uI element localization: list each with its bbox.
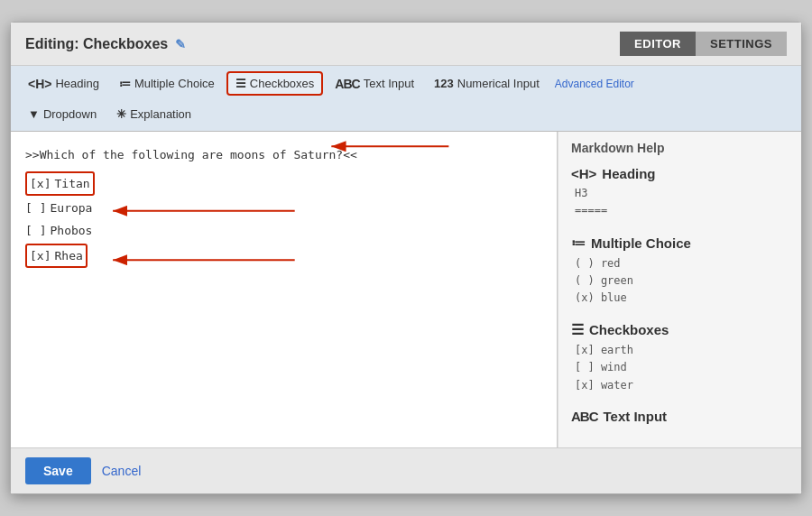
editor-content: >>Which of the following are moons of Sa… — [25, 144, 542, 270]
title-bar: Editing: Checkboxes ✎ EDITOR SETTINGS — [11, 23, 801, 66]
europa-bracket: [ ] — [25, 198, 46, 218]
checkboxes-label: Checkboxes — [250, 77, 315, 90]
heading-section-icon: <H> — [571, 166, 596, 181]
title-bar-left: Editing: Checkboxes ✎ — [25, 36, 186, 52]
checkbox-rhea: [x] Rhea — [25, 244, 88, 268]
dropdown-label: Dropdown — [43, 107, 97, 121]
toolbar-checkboxes[interactable]: ☰ Checkboxes — [226, 71, 324, 96]
cancel-button[interactable]: Cancel — [102, 464, 142, 478]
text-input-section-label: Text Input — [604, 409, 668, 424]
toolbar-heading[interactable]: <H> Heading — [20, 72, 107, 96]
numerical-input-label: Numerical Input — [457, 77, 540, 90]
editor-tab-button[interactable]: EDITOR — [620, 32, 696, 56]
explanation-label: Explanation — [130, 107, 191, 121]
heading-section-label: Heading — [602, 166, 655, 181]
save-button[interactable]: Save — [25, 457, 91, 484]
help-section-mc: ≔ Multiple Choice ( ) red ( ) green (x) … — [571, 235, 789, 308]
dialog: Editing: Checkboxes ✎ EDITOR SETTINGS <H… — [10, 22, 802, 494]
toolbar-explanation[interactable]: ✳ Explanation — [108, 103, 199, 125]
checkboxes-icon: ☰ — [235, 77, 246, 90]
cb-section-label: Checkboxes — [589, 322, 669, 337]
text-input-icon: ABC — [335, 77, 359, 91]
editor-area[interactable]: >>Which of the following are moons of Sa… — [11, 132, 558, 447]
europa-label: Europa — [50, 198, 92, 218]
titan-label: Titan — [54, 173, 89, 194]
toolbar-dropdown[interactable]: ▼ Dropdown — [20, 103, 105, 125]
sidebar: Markdown Help <H> Heading H3 ===== ≔ Mul… — [558, 132, 801, 447]
help-section-text-input: ABC Text Input — [571, 409, 789, 424]
dialog-title: Editing: Checkboxes — [25, 36, 168, 52]
heading-icon: <H> — [28, 77, 51, 91]
cb-section-code: [x] earth [ ] wind [x] water — [575, 342, 789, 394]
checkbox-titan: [x] Titan — [25, 171, 95, 196]
sidebar-title: Markdown Help — [571, 141, 789, 155]
toolbar-text-input[interactable]: ABC Text Input — [327, 72, 422, 96]
dropdown-icon: ▼ — [28, 107, 40, 121]
checkbox-europa: [ ] Europa — [25, 198, 92, 218]
footer: Save Cancel — [11, 447, 801, 493]
cb-section-icon: ☰ — [571, 321, 584, 338]
heading-section-title: <H> Heading — [571, 166, 789, 181]
text-input-section-title: ABC Text Input — [571, 409, 789, 424]
mc-section-title: ≔ Multiple Choice — [571, 235, 789, 252]
heading-label: Heading — [55, 77, 98, 90]
multiple-choice-label: Multiple Choice — [134, 77, 215, 90]
help-section-cb: ☰ Checkboxes [x] earth [ ] wind [x] wate… — [571, 321, 789, 394]
title-bar-buttons: EDITOR SETTINGS — [620, 32, 787, 56]
phobos-bracket: [ ] — [25, 220, 46, 241]
numerical-input-icon: 123 — [434, 77, 454, 90]
cb-section-title: ☰ Checkboxes — [571, 321, 789, 338]
text-input-label: Text Input — [364, 77, 414, 90]
phobos-label: Phobos — [50, 220, 92, 241]
advanced-editor-link[interactable]: Advanced Editor — [555, 78, 634, 90]
main-area: >>Which of the following are moons of Sa… — [11, 132, 801, 447]
rhea-label: Rhea — [54, 245, 82, 266]
toolbar-multiple-choice[interactable]: ≔ Multiple Choice — [111, 72, 223, 95]
question-text: >>Which of the following are moons of Sa… — [25, 144, 542, 165]
settings-tab-button[interactable]: SETTINGS — [696, 32, 787, 56]
mc-section-label: Multiple Choice — [591, 235, 691, 251]
toolbar: <H> Heading ≔ Multiple Choice ☰ Checkbox… — [11, 66, 801, 132]
mc-section-code: ( ) red ( ) green (x) blue — [575, 255, 789, 308]
mc-section-icon: ≔ — [571, 235, 586, 252]
edit-icon[interactable]: ✎ — [175, 37, 186, 51]
explanation-icon: ✳ — [116, 107, 126, 121]
heading-section-code: H3 ===== — [575, 185, 789, 219]
multiple-choice-icon: ≔ — [119, 77, 131, 90]
text-input-section-icon: ABC — [571, 409, 598, 424]
titan-bracket: [x] — [30, 173, 51, 194]
checkbox-phobos: [ ] Phobos — [25, 220, 92, 241]
toolbar-numerical-input[interactable]: 123 Numerical Input — [426, 72, 548, 95]
rhea-bracket: [x] — [30, 245, 51, 266]
help-section-heading: <H> Heading H3 ===== — [571, 166, 789, 219]
